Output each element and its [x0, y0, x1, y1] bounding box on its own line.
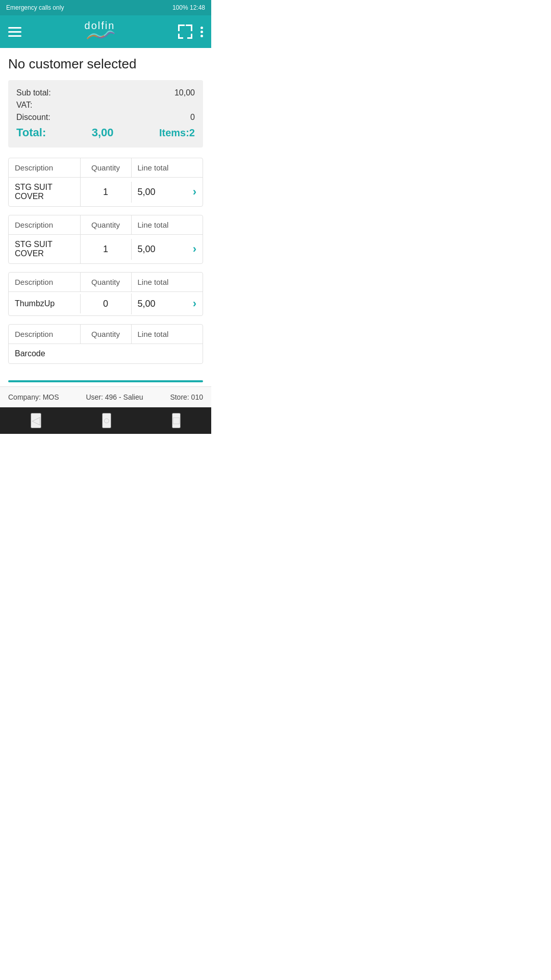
- nav-back-button[interactable]: ◁: [31, 413, 41, 428]
- app-logo: dolfin: [85, 20, 115, 44]
- line-item-1-header: Description Quantity Line total: [9, 158, 203, 178]
- line-item-3-total-header: Line total: [132, 273, 203, 291]
- line-item-3-header: Description Quantity Line total: [9, 273, 203, 292]
- line-item-4-total-header: Line total: [132, 325, 203, 344]
- nav-recent-button[interactable]: □: [172, 413, 181, 428]
- line-item-3-qty-header: Quantity: [81, 273, 132, 291]
- line-item-2-body: STG SUIT COVER 1 5,00 ›: [9, 235, 203, 263]
- line-item-2-desc-header: Description: [9, 215, 81, 234]
- logo-fish-icon: [85, 30, 115, 44]
- line-item-1-total-header: Line total: [132, 158, 203, 177]
- line-item-4-description: Barcode: [9, 344, 203, 363]
- toolbar: dolfin: [0, 15, 211, 48]
- footer-user: User: 496 - Salieu: [86, 393, 143, 401]
- total-value: 3,00: [92, 126, 114, 139]
- status-right: 100% 12:48: [172, 4, 205, 11]
- line-item-3[interactable]: Description Quantity Line total ThumbzUp…: [8, 272, 203, 316]
- line-item-1-quantity: 1: [81, 182, 132, 203]
- line-item-2-chevron-icon[interactable]: ›: [193, 242, 196, 256]
- line-item-2-line-total: 5,00 ›: [132, 237, 203, 261]
- line-item-2-qty-header: Quantity: [81, 215, 132, 234]
- line-item-3-chevron-icon[interactable]: ›: [193, 297, 196, 310]
- discount-label: Discount:: [16, 113, 51, 122]
- more-menu-button[interactable]: [201, 27, 203, 37]
- discount-value: 0: [190, 113, 195, 122]
- line-item-1[interactable]: Description Quantity Line total STG SUIT…: [8, 158, 203, 207]
- vat-row: VAT:: [16, 101, 195, 110]
- scroll-indicator: [8, 380, 203, 382]
- vat-label: VAT:: [16, 101, 32, 110]
- line-item-4-desc-header: Description: [9, 325, 81, 344]
- scan-corner-bl: [178, 34, 183, 39]
- scan-corner-br: [187, 34, 192, 39]
- subtotal-value: 10,00: [174, 88, 195, 97]
- line-item-3-description: ThumbzUp: [9, 294, 81, 313]
- items-badge: Items:2: [159, 127, 195, 139]
- toolbar-right: [178, 24, 203, 39]
- line-item-2-total-header: Line total: [132, 215, 203, 234]
- line-item-2-header: Description Quantity Line total: [9, 215, 203, 235]
- discount-row: Discount: 0: [16, 113, 195, 122]
- line-item-3-body: ThumbzUp 0 5,00 ›: [9, 292, 203, 315]
- footer-company: Company: MOS: [8, 393, 59, 401]
- nav-bar: ◁ ○ □: [0, 407, 211, 434]
- menu-button[interactable]: [8, 27, 21, 37]
- scan-button[interactable]: [178, 24, 192, 39]
- page-title: No customer selected: [8, 56, 203, 72]
- line-item-1-chevron-icon[interactable]: ›: [193, 185, 196, 199]
- line-item-2-description: STG SUIT COVER: [9, 235, 81, 263]
- line-item-2-quantity: 1: [81, 239, 132, 260]
- footer-bar: Company: MOS User: 496 - Salieu Store: 0…: [0, 386, 211, 407]
- line-item-3-desc-header: Description: [9, 273, 81, 291]
- line-item-4-partial[interactable]: Description Quantity Line total Barcode: [8, 324, 203, 364]
- summary-card: Sub total: 10,00 VAT: Discount: 0 Total:…: [8, 80, 203, 148]
- total-row: Total: 3,00 Items:2: [16, 126, 195, 139]
- subtotal-label: Sub total:: [16, 88, 51, 97]
- status-bar: Emergency calls only 100% 12:48: [0, 0, 211, 15]
- footer-store: Store: 010: [170, 393, 203, 401]
- nav-home-button[interactable]: ○: [102, 413, 111, 428]
- line-item-4-qty-header: Quantity: [81, 325, 132, 344]
- status-left: Emergency calls only: [6, 4, 64, 11]
- line-item-2[interactable]: Description Quantity Line total STG SUIT…: [8, 215, 203, 264]
- total-label: Total:: [16, 126, 46, 139]
- line-item-3-line-total: 5,00 ›: [132, 292, 203, 315]
- line-item-1-description: STG SUIT COVER: [9, 178, 81, 206]
- line-item-1-body: STG SUIT COVER 1 5,00 ›: [9, 178, 203, 206]
- line-item-4-header: Description Quantity Line total: [9, 325, 203, 344]
- line-item-1-qty-header: Quantity: [81, 158, 132, 177]
- subtotal-row: Sub total: 10,00: [16, 88, 195, 97]
- line-item-1-line-total: 5,00 ›: [132, 180, 203, 204]
- line-item-4-body: Barcode: [9, 344, 203, 363]
- main-content: No customer selected Sub total: 10,00 VA…: [0, 48, 211, 376]
- line-item-1-desc-header: Description: [9, 158, 81, 177]
- line-item-3-quantity: 0: [81, 293, 132, 314]
